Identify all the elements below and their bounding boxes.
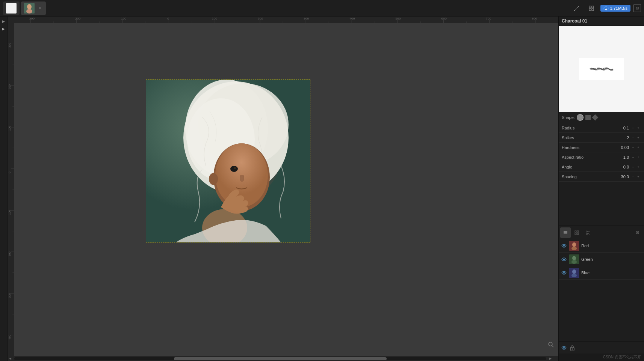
svg-rect-92 (577, 231, 579, 232)
footer-text: CSDN @雪不化花不开 (603, 355, 641, 360)
layer-eye-green[interactable] (561, 256, 567, 262)
param-spikes: Spikes 2 − + (559, 133, 644, 143)
svg-point-2 (26, 9, 32, 14)
svg-point-81 (549, 342, 552, 346)
svg-point-103 (563, 259, 565, 260)
svg-point-1 (27, 4, 32, 9)
param-spacing-label: Spacing (562, 174, 616, 179)
layer-list: Red Green (559, 239, 644, 341)
layer-item-green[interactable]: Green (559, 253, 644, 266)
layer-item-red[interactable]: Red (559, 239, 644, 253)
shape-square-option[interactable] (585, 115, 591, 120)
grid-tool-button[interactable] (585, 2, 597, 14)
tab-area: × (3, 2, 46, 15)
svg-text:300: 300 (304, 17, 309, 20)
layer-bottom-eye[interactable] (561, 345, 567, 351)
image-canvas[interactable] (146, 80, 310, 242)
scrollbar-thumb[interactable] (174, 357, 387, 360)
tab-close-button[interactable]: × (37, 5, 43, 11)
zoom-search-icon[interactable] (547, 341, 555, 348)
layer-thumb-green (569, 254, 579, 264)
top-bar: × 3.71MB/s ⊡ (0, 0, 644, 17)
left-tool-arrow[interactable]: ▶ (0, 18, 7, 25)
canvas-area: -300 -200 -100 0 100 200 300 400 500 600 (8, 17, 558, 361)
param-spikes-value: 2 (616, 135, 629, 140)
left-toolbar: ▶ ▶ (0, 17, 8, 361)
svg-point-110 (571, 274, 577, 277)
tab-image[interactable]: × (21, 2, 46, 15)
param-angle-value: 0.0 (616, 165, 629, 169)
svg-text:-300: -300 (28, 17, 35, 20)
main-content: ▶ ▶ -300 -200 -100 0 100 200 30 (0, 17, 644, 361)
svg-line-97 (588, 231, 590, 232)
layer-bottom-lock[interactable] (569, 345, 575, 351)
param-angle-decrease[interactable]: − (630, 164, 636, 170)
svg-rect-6 (589, 9, 591, 11)
maximize-button[interactable]: ⊡ (633, 5, 641, 12)
svg-text:500: 500 (395, 17, 401, 20)
rp-scissors-button[interactable] (583, 227, 593, 238)
svg-point-96 (586, 233, 588, 235)
param-spacing-decrease[interactable]: − (630, 174, 636, 179)
param-angle-label: Angle (562, 165, 616, 169)
param-radius-increase[interactable]: + (636, 125, 641, 131)
ruler-left: -300 -200 -100 0 100 200 300 400 (8, 23, 14, 356)
layer-item-blue[interactable]: Blue (559, 266, 644, 280)
svg-line-82 (552, 346, 553, 347)
tab-thumbnail (24, 3, 35, 14)
right-panel: Charcoal 01 Shape: (558, 17, 644, 361)
param-spacing-increase[interactable]: + (636, 174, 641, 179)
top-bar-right: 3.71MB/s ⊡ (570, 2, 641, 14)
svg-text:-300: -300 (8, 43, 11, 48)
tab-blank[interactable] (3, 2, 20, 15)
scroll-left-arrow[interactable]: ◀ (8, 356, 13, 361)
svg-rect-93 (575, 233, 576, 235)
param-spacing: Spacing 30.0 − + (559, 172, 644, 182)
shape-circle-option[interactable] (577, 114, 583, 120)
svg-text:100: 100 (8, 210, 11, 215)
svg-text:0: 0 (167, 17, 169, 20)
svg-text:300: 300 (8, 293, 11, 298)
svg-rect-91 (575, 231, 576, 232)
left-tool-nav[interactable]: ▶ (0, 26, 7, 32)
shape-diamond-option[interactable] (592, 114, 598, 121)
param-hardness-increase[interactable]: + (636, 145, 641, 150)
layer-name-blue: Blue (581, 271, 642, 275)
param-radius-decrease[interactable]: − (630, 125, 636, 131)
param-spikes-decrease[interactable]: − (630, 135, 636, 140)
svg-point-109 (572, 269, 576, 274)
rp-lines-button[interactable] (560, 227, 571, 238)
svg-point-87 (607, 69, 608, 69)
param-aspect-decrease[interactable]: − (630, 155, 636, 160)
cloud-speed: 3.71MB/s (610, 6, 627, 11)
svg-rect-94 (577, 233, 579, 235)
param-spikes-increase[interactable]: + (636, 135, 641, 140)
svg-point-106 (571, 260, 577, 264)
pen-tool-button[interactable] (570, 2, 582, 14)
rp-maximize-button[interactable]: ⊡ (632, 227, 642, 238)
canvas-image (146, 80, 310, 242)
scroll-right-arrow[interactable]: ▶ (548, 356, 553, 361)
param-hardness-decrease[interactable]: − (630, 145, 636, 150)
svg-point-85 (599, 69, 600, 70)
param-aspect-increase[interactable]: + (636, 155, 641, 160)
param-radius-label: Radius (562, 126, 616, 130)
svg-point-78 (234, 167, 236, 169)
svg-text:-100: -100 (120, 17, 126, 20)
svg-text:800: 800 (532, 17, 537, 20)
bottom-scrollbar[interactable]: ◀ ▶ (8, 356, 558, 361)
svg-text:200: 200 (8, 251, 11, 256)
svg-point-107 (563, 272, 565, 274)
scrollbar-track[interactable] (14, 357, 546, 360)
svg-text:-100: -100 (8, 126, 11, 132)
param-angle-increase[interactable]: + (636, 164, 641, 170)
layer-eye-red[interactable] (561, 243, 567, 249)
svg-point-99 (563, 245, 565, 247)
param-angle: Angle 0.0 − + (559, 162, 644, 172)
svg-point-111 (563, 347, 565, 349)
layer-eye-blue[interactable] (561, 270, 567, 276)
param-aspect-ratio: Aspect ratio 1.0 − + (559, 152, 644, 162)
param-spacing-value: 30.0 (616, 174, 629, 179)
canvas-viewport[interactable] (14, 23, 558, 356)
rp-grid-button[interactable] (571, 227, 582, 238)
